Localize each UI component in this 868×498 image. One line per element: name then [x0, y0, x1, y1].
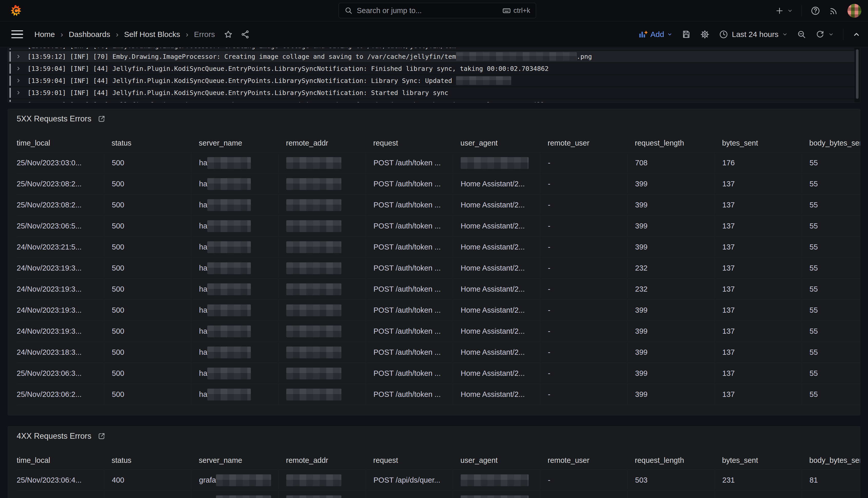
log-scrollbar[interactable]: [856, 49, 858, 99]
cell-body_bytes_sent: 55: [802, 215, 860, 236]
column-header-request[interactable]: request: [366, 451, 453, 470]
cell-request: POST /auth/token ...: [366, 237, 453, 258]
breadcrumb-item-errors[interactable]: Errors: [194, 30, 215, 39]
expand-chevron-icon[interactable]: [16, 78, 21, 83]
table-row: 25/Nov/2023:06:5...500haPOST /auth/token…: [17, 215, 860, 236]
column-header-request_length[interactable]: request_length: [627, 134, 714, 152]
table-row: 24/Nov/2023:18:3...500haPOST /auth/token…: [17, 342, 860, 363]
breadcrumb-item-home[interactable]: Home: [35, 30, 55, 39]
column-header-status[interactable]: status: [104, 134, 191, 152]
breadcrumb-item-self-host-blocks[interactable]: Self Host Blocks: [124, 30, 180, 39]
time-range-picker[interactable]: Last 24 hours: [719, 30, 788, 39]
log-row[interactable]: [13:59:12] [INF] [70] Emby.Drawing.Image…: [8, 51, 854, 62]
help-icon[interactable]: [811, 6, 820, 16]
cell-bytes_sent: 137: [714, 173, 802, 194]
column-header-server_name[interactable]: server_name: [191, 134, 278, 152]
add-panel-icon: [638, 30, 647, 39]
expand-chevron-icon[interactable]: [16, 54, 21, 59]
table-row: 25/Nov/2023:06:4...400grafaPOST /api/ds/…: [17, 490, 860, 498]
log-row[interactable]: [13:59:00] [INF] [44] Jellyfin.Plugin.TM…: [8, 99, 854, 102]
cell-server_name: ha: [191, 363, 278, 384]
expand-chevron-icon[interactable]: [16, 90, 21, 95]
top-nav-bar: Search or jump to... ctrl+k: [0, 0, 868, 22]
column-header-remote_user[interactable]: remote_user: [540, 451, 627, 470]
column-header-time_local[interactable]: time_local: [17, 451, 104, 470]
column-header-remote_addr[interactable]: remote_addr: [278, 451, 366, 470]
table-row: 25/Nov/2023:06:2...500haPOST /auth/token…: [17, 384, 860, 405]
cell-status: 400: [104, 491, 191, 498]
column-header-time_local[interactable]: time_local: [17, 134, 104, 152]
cell-remote_addr: [278, 237, 366, 258]
cell-time_local: 25/Nov/2023:06:5...: [17, 215, 104, 236]
redacted-block: [461, 474, 529, 486]
cell-server_name: ha: [191, 173, 278, 194]
cell-time_local: 24/Nov/2023:18:3...: [17, 342, 104, 363]
cell-remote_user: -: [540, 342, 627, 363]
cell-time_local: 25/Nov/2023:08:2...: [17, 195, 104, 215]
column-header-request[interactable]: request: [366, 134, 453, 152]
cell-request: POST /auth/token ...: [366, 173, 453, 194]
log-message: [13:59:04] [INF] [44] Jellyfin.Plugin.Ko…: [27, 77, 511, 84]
column-header-status[interactable]: status: [104, 451, 191, 470]
user-avatar[interactable]: [847, 4, 861, 18]
breadcrumb-item-dashboards[interactable]: Dashboards: [69, 30, 110, 39]
column-header-server_name[interactable]: server_name: [191, 451, 278, 470]
chevron-down-icon: [782, 31, 788, 37]
refresh-button[interactable]: [815, 30, 834, 39]
star-icon[interactable]: [224, 30, 233, 39]
menu-icon[interactable]: [11, 30, 23, 39]
log-row[interactable]: [13:59:14] [INF] [70] Emby.Drawing.Image…: [8, 48, 854, 50]
external-link-icon[interactable]: [97, 115, 106, 123]
grafana-logo-icon[interactable]: [10, 5, 22, 17]
news-rss-icon[interactable]: [829, 6, 839, 16]
external-link-icon[interactable]: [97, 432, 106, 440]
cell-request_length: 399: [627, 363, 714, 384]
cell-body_bytes_sent: 55: [802, 321, 860, 342]
search-input[interactable]: Search or jump to... ctrl+k: [339, 3, 536, 18]
cell-request: POST /auth/token ...: [366, 195, 453, 215]
column-header-request_length[interactable]: request_length: [627, 451, 714, 470]
cell-remote_addr: [278, 215, 366, 236]
panel-title[interactable]: 4XX Requests Errors: [17, 432, 106, 441]
log-row[interactable]: [13:59:04] [INF] [44] Jellyfin.Plugin.Ko…: [8, 63, 854, 75]
column-header-user_agent[interactable]: user_agent: [453, 451, 540, 470]
column-header-body_bytes_sent[interactable]: body_bytes_sent: [802, 451, 860, 470]
log-row[interactable]: [13:59:01] [INF] [44] Jellyfin.Plugin.Ko…: [8, 87, 854, 99]
add-button[interactable]: Add: [638, 30, 672, 39]
column-header-body_bytes_sent[interactable]: body_bytes_sent: [802, 134, 860, 152]
redacted-block: [207, 284, 251, 295]
table-header: time_localstatusserver_nameremote_addrre…: [17, 451, 860, 470]
panel-title[interactable]: 5XX Requests Errors: [17, 114, 106, 123]
log-row[interactable]: [13:59:04] [INF] [44] Jellyfin.Plugin.Ko…: [8, 75, 854, 87]
cell-time_local: 25/Nov/2023:06:2...: [17, 384, 104, 405]
cell-bytes_sent: 137: [714, 321, 802, 342]
log-level-bar: [10, 76, 11, 86]
expand-chevron-icon[interactable]: [16, 66, 21, 71]
cell-status: 500: [104, 237, 191, 258]
cell-remote_addr: [278, 363, 366, 384]
column-header-bytes_sent[interactable]: bytes_sent: [714, 451, 802, 470]
caret-up-icon[interactable]: [853, 30, 860, 38]
settings-gear-icon[interactable]: [700, 29, 710, 39]
column-header-remote_addr[interactable]: remote_addr: [278, 134, 366, 152]
share-icon[interactable]: [241, 30, 250, 39]
new-menu-button[interactable]: [775, 6, 793, 15]
expand-chevron-icon[interactable]: [16, 102, 21, 102]
redacted-block: [461, 157, 529, 169]
redacted-block: [216, 474, 271, 486]
redacted-block: [286, 346, 341, 358]
cell-status: 500: [104, 215, 191, 236]
save-dashboard-icon[interactable]: [681, 30, 691, 39]
column-header-user_agent[interactable]: user_agent: [453, 134, 540, 152]
cell-request_length: 399: [627, 237, 714, 258]
cell-bytes_sent: 137: [714, 258, 802, 278]
zoom-out-icon[interactable]: [797, 30, 806, 39]
column-header-bytes_sent[interactable]: bytes_sent: [714, 134, 802, 152]
redacted-block: [461, 495, 529, 498]
cell-request: POST /auth/token ...: [366, 342, 453, 363]
column-header-remote_user[interactable]: remote_user: [540, 134, 627, 152]
cell-request_length: 232: [627, 279, 714, 300]
table-row: 25/Nov/2023:03:0...500haPOST /auth/token…: [17, 152, 860, 173]
chevron-down-icon: [667, 32, 672, 37]
logs-panel: [13:59:14] [INF] [70] Emby.Drawing.Image…: [8, 48, 860, 103]
